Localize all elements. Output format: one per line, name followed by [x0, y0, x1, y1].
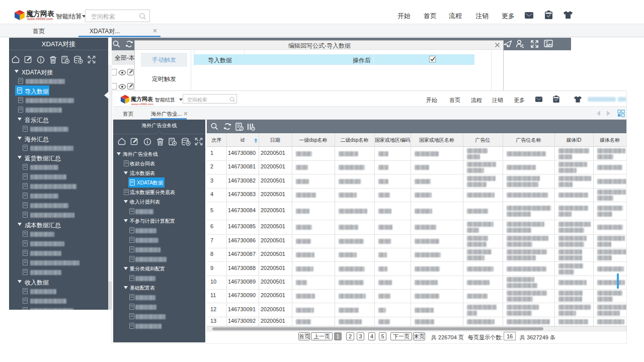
svg-text:API: API	[546, 43, 552, 47]
